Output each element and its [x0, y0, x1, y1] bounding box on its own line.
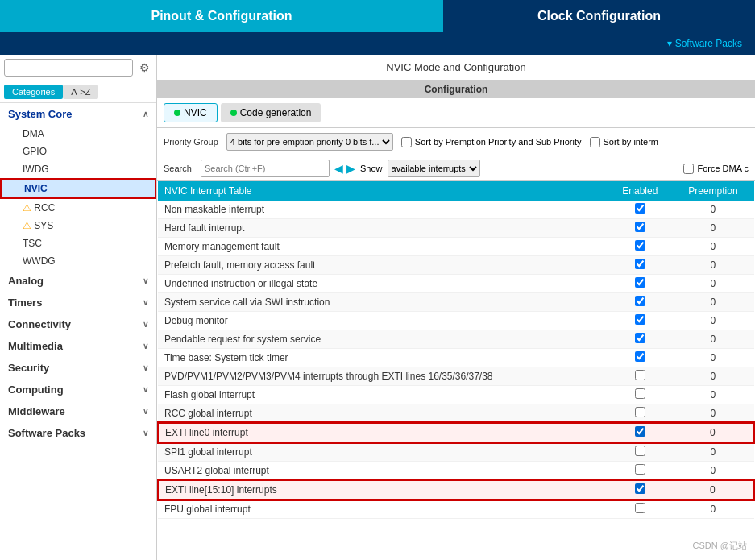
interrupt-enabled[interactable]: [608, 275, 672, 293]
enabled-checkbox[interactable]: [635, 259, 645, 269]
header: Pinout & Configuration Clock Configurati…: [0, 0, 755, 32]
interrupt-enabled[interactable]: [608, 201, 672, 219]
enabled-checkbox[interactable]: [635, 483, 645, 494]
interrupt-table-container: NVIC Interrupt Table Enabled Preemption …: [157, 181, 755, 560]
sidebar-section-analog[interactable]: Analog∨: [0, 270, 156, 292]
sidebar-section-timers[interactable]: Timers∨: [0, 292, 156, 313]
interrupt-enabled[interactable]: [608, 367, 672, 386]
enabled-checkbox[interactable]: [635, 333, 645, 343]
table-row: Debug monitor0: [158, 312, 754, 330]
sidebar-item-sys[interactable]: ⚠ SYS: [0, 217, 156, 234]
chevron-icon: ∨: [143, 385, 148, 394]
pinout-config-header: Pinout & Configuration: [0, 0, 443, 32]
enabled-checkbox[interactable]: [635, 222, 645, 232]
sidebar-item-label: TSC: [23, 238, 42, 249]
table-row: System service call via SWI instruction0: [158, 293, 754, 312]
show-select[interactable]: available interrupts: [388, 160, 480, 177]
sidebar-section-computing[interactable]: Computing∨: [0, 379, 156, 400]
interrupt-preemption: 0: [672, 201, 754, 219]
interrupt-name: FPU global interrupt: [158, 500, 608, 519]
software-packs-link[interactable]: Software Packs: [667, 38, 742, 49]
sidebar-item-dma[interactable]: DMA: [0, 125, 156, 143]
watermark: CSDN @记站: [693, 540, 747, 552]
interrupt-preemption: 0: [672, 500, 754, 519]
force-dma-label: Force DMA c: [697, 164, 749, 173]
sidebar-section-security[interactable]: Security∨: [0, 357, 156, 379]
enabled-checkbox[interactable]: [635, 296, 645, 306]
tab-nvic[interactable]: NVIC: [164, 103, 218, 122]
enabled-checkbox[interactable]: [635, 351, 645, 362]
interrupt-enabled[interactable]: [608, 386, 672, 404]
priority-group-select[interactable]: 4 bits for pre-emption priority 0 bits f…: [226, 133, 393, 151]
config-header: Configuration: [157, 81, 755, 98]
sidebar-item-tsc[interactable]: TSC: [0, 234, 156, 252]
sidebar-item-wwdg[interactable]: WWDG: [0, 252, 156, 270]
interrupt-search-input[interactable]: [201, 160, 330, 177]
enabled-checkbox[interactable]: [635, 503, 645, 513]
gear-icon[interactable]: ⚙: [136, 60, 152, 76]
sidebar-section-middleware[interactable]: Middleware∨: [0, 400, 156, 422]
sort-interm-checkbox[interactable]: [590, 137, 600, 147]
tab-nvic-label: NVIC: [184, 107, 207, 118]
interrupt-enabled[interactable]: [608, 312, 672, 330]
tab-categories[interactable]: Categories: [4, 85, 63, 99]
enabled-checkbox[interactable]: [635, 240, 645, 251]
sidebar-section-system-core[interactable]: System Core∧: [0, 103, 156, 125]
interrupt-enabled[interactable]: [608, 404, 672, 424]
sidebar-item-label: WWDG: [23, 255, 56, 267]
interrupt-enabled[interactable]: [608, 330, 672, 349]
interrupt-enabled[interactable]: [608, 256, 672, 275]
interrupt-enabled[interactable]: [608, 238, 672, 256]
search-input[interactable]: [4, 59, 133, 77]
enabled-checkbox[interactable]: [635, 388, 645, 399]
tab-code-generation[interactable]: Code generation: [221, 103, 321, 122]
interrupt-enabled[interactable]: [608, 219, 672, 238]
sidebar-section-label: Security: [8, 362, 49, 374]
enabled-checkbox[interactable]: [635, 464, 645, 475]
search-next-icon[interactable]: ▶: [346, 162, 355, 175]
interrupt-enabled[interactable]: [608, 423, 672, 442]
enabled-checkbox[interactable]: [635, 370, 645, 380]
interrupt-preemption: 0: [672, 480, 754, 500]
sidebar-section-multimedia[interactable]: Multimedia∨: [0, 335, 156, 357]
interrupt-enabled[interactable]: [608, 480, 672, 500]
sort-interm-group: Sort by interm: [590, 137, 658, 147]
sidebar-item-nvic[interactable]: NVIC: [0, 178, 156, 199]
sidebar-section-connectivity[interactable]: Connectivity∨: [0, 313, 156, 335]
search-prev-icon[interactable]: ◀: [334, 162, 343, 175]
sidebar-item-rcc[interactable]: ⚠ RCC: [0, 199, 156, 217]
content-area: NVIC Mode and Configuration Configuratio…: [157, 55, 755, 560]
enabled-checkbox[interactable]: [635, 203, 645, 214]
enabled-checkbox[interactable]: [635, 407, 645, 417]
enabled-checkbox[interactable]: [635, 277, 645, 288]
warning-icon: ⚠: [23, 202, 34, 214]
chevron-icon: ∨: [143, 298, 148, 307]
interrupt-name: Hard fault interrupt: [158, 219, 608, 238]
interrupt-name: EXTI line[15:10] interrupts: [158, 480, 608, 500]
table-row: EXTI line0 interrupt0: [158, 423, 754, 442]
pinout-config-title: Pinout & Configuration: [151, 9, 292, 23]
table-row: USART2 global interrupt0: [158, 462, 754, 481]
interrupt-enabled[interactable]: [608, 442, 672, 462]
force-dma-group: Force DMA c: [683, 164, 749, 174]
config-options: Priority Group 4 bits for pre-emption pr…: [157, 128, 755, 156]
interrupt-enabled[interactable]: [608, 293, 672, 312]
enabled-checkbox[interactable]: [635, 426, 645, 437]
enabled-checkbox[interactable]: [635, 314, 645, 325]
sidebar-search-bar: ⚙: [0, 55, 156, 81]
interrupt-name: Memory management fault: [158, 238, 608, 256]
chevron-icon: ∨: [143, 363, 148, 372]
interrupt-enabled[interactable]: [608, 500, 672, 519]
force-dma-checkbox[interactable]: [683, 164, 694, 174]
clock-config-header: Clock Configuration: [443, 0, 755, 32]
enabled-checkbox[interactable]: [635, 446, 645, 456]
sort-premption-checkbox[interactable]: [401, 137, 412, 147]
sidebar-item-iwdg[interactable]: IWDG: [0, 160, 156, 178]
sidebar-item-gpio[interactable]: GPIO: [0, 143, 156, 160]
interrupt-enabled[interactable]: [608, 462, 672, 481]
show-label: Show: [360, 164, 383, 173]
sidebar-section-software-packs[interactable]: Software Packs∨: [0, 422, 156, 444]
sort-premption-group: Sort by Premption Priority and Sub Prior…: [401, 137, 582, 147]
tab-az[interactable]: A->Z: [63, 85, 98, 99]
interrupt-enabled[interactable]: [608, 349, 672, 367]
